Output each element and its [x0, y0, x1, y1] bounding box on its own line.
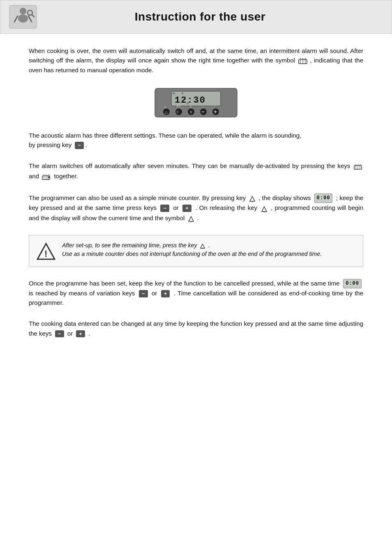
svg-text:—: — — [201, 105, 204, 108]
p2-key-label: by pressing key — [29, 141, 71, 148]
plus-key-3: + — [76, 330, 85, 338]
paragraph-3: The alarm switches off automatically aft… — [29, 161, 363, 181]
p2-period: . — [85, 141, 87, 148]
svg-text:✕: ✕ — [189, 110, 193, 114]
minus-key-2: − — [160, 205, 169, 212]
page-title: Instruction for the user — [46, 10, 383, 23]
svg-marker-42 — [250, 196, 255, 201]
svg-marker-50 — [201, 244, 205, 248]
p4-mid3: . On releasing the key — [195, 204, 257, 211]
warning-content: After set-up, to see the remaining time,… — [62, 241, 322, 259]
display-image-container: 12:30 A ≡ 0 △ ⠿ ✕ − + — [29, 86, 363, 119]
manual-mode-icon — [298, 58, 309, 64]
p3-and-text: and — [29, 173, 39, 180]
p4-mid1: , the display shows — [258, 194, 311, 201]
svg-text:+: + — [214, 105, 215, 108]
p2-start-text: The acoustic alarm has three different s… — [29, 132, 301, 139]
svg-text:⠿: ⠿ — [176, 111, 179, 114]
paragraph-5: Once the programme has been set, keep th… — [29, 279, 363, 308]
plus-key-2: + — [161, 290, 170, 297]
warning-triangle-icon: ! — [37, 242, 55, 261]
stove-icon-1 — [354, 163, 362, 170]
warning-line1: After set-up, to see the remaining time,… — [62, 241, 322, 250]
plus-key-1: + — [182, 205, 191, 212]
alarm-key-icon-3 — [188, 215, 196, 222]
p4-or: or — [173, 204, 178, 211]
p6-end: . — [88, 330, 90, 337]
oven-display-svg: 12:30 A ≡ 0 △ ⠿ ✕ − + — [151, 86, 241, 119]
logo — [9, 5, 37, 29]
svg-marker-44 — [262, 207, 267, 212]
svg-point-1 — [20, 8, 26, 14]
warning-line2: Use as a minute counter does not interru… — [62, 250, 322, 258]
p5-start: Once the programme has been set, keep th… — [29, 280, 339, 287]
paragraph-4: The programmer can also be used as a sim… — [29, 193, 363, 223]
svg-text:A: A — [173, 91, 175, 95]
alarm-icon-warning — [200, 242, 207, 249]
alarm-key-icon-2 — [261, 205, 270, 212]
minus-key-4: − — [55, 330, 64, 338]
display-small-2: 0:00 — [343, 279, 362, 288]
paragraph-1: When cooking is over, the oven will auto… — [29, 46, 363, 75]
p4-period: . — [197, 214, 199, 221]
p3-start-text: The alarm switches off automatically aft… — [29, 162, 350, 169]
paragraph-6: The cooking data entered can be changed … — [29, 319, 363, 338]
svg-text:+: + — [214, 108, 217, 115]
svg-marker-46 — [189, 216, 194, 221]
p5-or: or — [152, 290, 157, 297]
svg-text:⠿⠿: ⠿⠿ — [176, 105, 180, 108]
p5-mid: is reached by means of variation keys — [29, 290, 135, 297]
svg-text:!: ! — [44, 249, 47, 259]
svg-point-2 — [18, 14, 28, 23]
svg-text:−: − — [201, 108, 205, 115]
svg-text:12:30: 12:30 — [175, 95, 206, 106]
stove-icon-2 — [42, 173, 53, 180]
p4-start: The programmer can also be used as a sim… — [29, 194, 246, 201]
svg-text:△: △ — [165, 110, 168, 114]
warning-box: ! After set-up, to see the remaining tim… — [29, 235, 363, 267]
paragraph-2: The acoustic alarm has three different s… — [29, 131, 363, 150]
display-small-1: 0:00 — [314, 193, 333, 203]
minus-key-3: − — [139, 290, 148, 297]
minus-key-icon: − — [75, 142, 84, 149]
svg-text:✕: ✕ — [189, 105, 192, 108]
p3-together-text: together. — [54, 173, 78, 180]
svg-text:0: 0 — [187, 101, 189, 105]
header: Instruction for the user — [0, 0, 392, 34]
page: Instruction for the user When cooking is… — [0, 0, 392, 555]
alarm-key-icon — [249, 195, 257, 202]
content: When cooking is over, the oven will auto… — [0, 34, 392, 366]
p6-or: or — [67, 330, 73, 337]
svg-text:≡: ≡ — [182, 92, 184, 95]
